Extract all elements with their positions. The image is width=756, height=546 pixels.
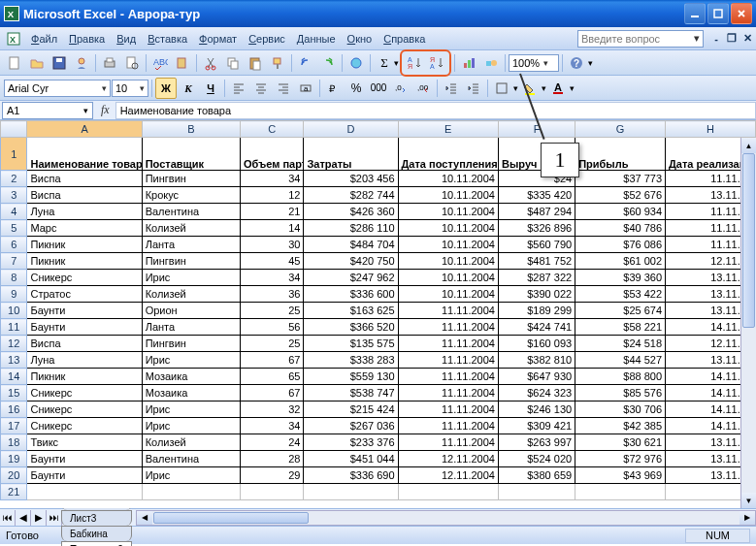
row-header[interactable]: 14 (1, 369, 27, 385)
cell[interactable]: Ланта (142, 319, 240, 336)
cell[interactable]: 14 (240, 220, 303, 237)
cell[interactable]: $163 625 (304, 303, 398, 319)
cell[interactable]: $282 744 (304, 187, 398, 204)
cell[interactable]: Пикник (27, 253, 142, 270)
cell[interactable]: 11.11.2004 (398, 418, 498, 434)
row-header[interactable]: 9 (1, 286, 27, 303)
cell[interactable]: 36 (240, 286, 303, 303)
scroll-right-button[interactable]: ▶ (740, 511, 755, 525)
row-header[interactable]: 7 (1, 253, 27, 270)
cell[interactable]: Орион (142, 303, 240, 319)
cell[interactable]: 21 (240, 204, 303, 220)
menu-правка[interactable]: Правка (63, 31, 111, 47)
cell[interactable]: Виспа (27, 187, 142, 204)
cell[interactable]: Ирис (142, 467, 240, 484)
row-header[interactable]: 18 (1, 434, 27, 451)
cell[interactable]: Мозаика (142, 369, 240, 385)
currency-button[interactable]: ₽ (323, 78, 345, 99)
cell[interactable]: $76 086 (575, 237, 666, 253)
cell[interactable]: $309 421 (498, 418, 575, 434)
cell[interactable]: $135 575 (304, 336, 398, 352)
cell[interactable]: $85 576 (575, 385, 666, 401)
cell[interactable]: 10.11.2004 (398, 220, 498, 237)
align-center-button[interactable] (250, 78, 272, 99)
cell[interactable]: $42 385 (575, 418, 666, 434)
cell[interactable]: $60 934 (575, 204, 666, 220)
cell[interactable]: $287 322 (498, 270, 575, 286)
new-button[interactable] (4, 52, 25, 74)
cell[interactable]: $380 659 (498, 467, 575, 484)
cell[interactable]: $338 283 (304, 352, 398, 369)
row-header[interactable]: 12 (1, 336, 27, 352)
cell[interactable]: $203 456 (304, 171, 398, 187)
header-cell[interactable]: Прибыль (575, 138, 666, 171)
cell[interactable]: Пингвин (142, 336, 240, 352)
row-header[interactable]: 2 (1, 171, 27, 187)
decrease-indent-button[interactable] (441, 78, 462, 99)
column-header-E[interactable]: E (398, 121, 498, 138)
cell[interactable]: Валентина (142, 204, 240, 220)
menu-данные[interactable]: Данные (291, 31, 342, 47)
cell[interactable]: $336 690 (304, 467, 398, 484)
cell[interactable]: 11.11.2004 (398, 352, 498, 369)
comma-style-button[interactable]: 000 (368, 78, 389, 99)
row-header[interactable]: 10 (1, 303, 27, 319)
hyperlink-button[interactable] (345, 52, 367, 74)
vertical-scrollbar[interactable]: ▲ ▼ (740, 138, 756, 508)
cell[interactable]: Пикник (27, 237, 142, 253)
sort-ascending-button[interactable]: АЯ (404, 52, 425, 74)
cell[interactable] (575, 484, 666, 500)
cell[interactable]: Ланта (142, 237, 240, 253)
cell[interactable]: Луна (27, 352, 142, 369)
menu-сервис[interactable]: Сервис (243, 31, 291, 47)
cell[interactable]: $246 130 (498, 401, 575, 418)
cell[interactable]: $160 093 (498, 336, 575, 352)
cell[interactable] (27, 484, 142, 500)
align-left-button[interactable] (228, 78, 249, 99)
doc-close-button[interactable]: ✕ (740, 32, 754, 46)
increase-decimal-button[interactable]: ,0 (390, 78, 411, 99)
cell[interactable]: Пикник (27, 369, 142, 385)
increase-indent-button[interactable] (463, 78, 484, 99)
cell[interactable]: $624 323 (498, 385, 575, 401)
cell[interactable]: Валентина (142, 451, 240, 467)
doc-minimize-button[interactable]: - (709, 32, 723, 46)
undo-button[interactable] (295, 52, 316, 74)
print-button[interactable] (99, 52, 120, 74)
cell[interactable]: $559 130 (304, 369, 398, 385)
spelling-button[interactable]: ABC (149, 52, 171, 74)
column-header-D[interactable]: D (304, 121, 398, 138)
scroll-down-button[interactable]: ▼ (741, 493, 756, 508)
cell[interactable]: Крокус (142, 187, 240, 204)
decrease-decimal-button[interactable]: ,00 (412, 78, 434, 99)
row-header[interactable]: 20 (1, 467, 27, 484)
cell[interactable]: Твикс (27, 434, 142, 451)
cell[interactable]: 34 (240, 418, 303, 434)
header-cell[interactable]: Наименование товара (27, 138, 142, 171)
cell[interactable]: $267 036 (304, 418, 398, 434)
column-header-H[interactable]: H (666, 121, 756, 138)
cell[interactable]: 56 (240, 319, 303, 336)
row-header[interactable]: 5 (1, 220, 27, 237)
cell[interactable]: $426 360 (304, 204, 398, 220)
formula-input[interactable]: Наименование товара (115, 102, 756, 119)
cell[interactable]: Ирис (142, 401, 240, 418)
menu-файл[interactable]: Файл (25, 31, 63, 47)
name-box[interactable]: A1▾ (2, 102, 93, 119)
cell[interactable]: 29 (240, 467, 303, 484)
cell[interactable]: $44 527 (575, 352, 666, 369)
cell[interactable]: $326 896 (498, 220, 575, 237)
sort-descending-button[interactable]: ЯА (426, 52, 447, 74)
cell[interactable]: Баунти (27, 319, 142, 336)
cell[interactable]: 24 (240, 434, 303, 451)
cell[interactable]: 67 (240, 385, 303, 401)
column-header-A[interactable]: A (27, 121, 142, 138)
font-size-combo[interactable]: 10▾ (112, 80, 148, 97)
cell[interactable]: 32 (240, 401, 303, 418)
redo-button[interactable] (317, 52, 339, 74)
cell[interactable]: $335 420 (498, 187, 575, 204)
cell[interactable]: $247 962 (304, 270, 398, 286)
horizontal-scrollbar[interactable]: ◀ ▶ (136, 510, 756, 526)
cell[interactable]: 11.11.2004 (398, 401, 498, 418)
cell[interactable]: $424 741 (498, 319, 575, 336)
